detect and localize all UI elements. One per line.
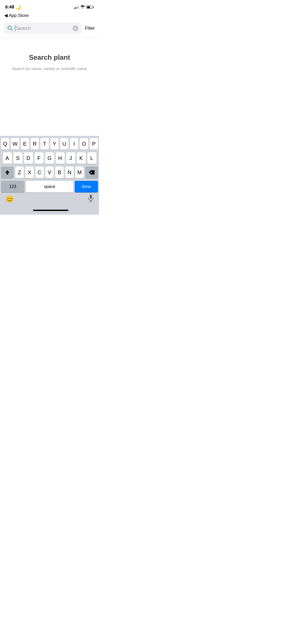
key-h[interactable]: H [56,152,65,164]
keyboard-toolbar: 😊 [1,192,98,206]
microphone-button[interactable] [88,195,94,204]
key-x[interactable]: X [25,167,34,178]
wifi-icon [81,5,85,10]
back-nav[interactable]: ◀ App Store [0,12,99,20]
back-arrow-icon: ◀ [4,13,8,18]
back-label[interactable]: App Store [9,13,29,18]
search-input-area[interactable]: Search [15,25,70,31]
page-subtitle: Search for name, variety or scientific n… [12,66,87,72]
status-bar: 6:48 🌙 [0,0,99,12]
key-y[interactable]: Y [50,138,59,150]
key-a[interactable]: A [3,152,12,164]
key-q[interactable]: Q [1,138,9,150]
key-i[interactable]: I [70,138,78,150]
emoji-button[interactable]: 😊 [5,195,14,203]
keyboard-row-3: Z X C V B N M [1,167,98,178]
signal-icon [74,6,79,9]
key-u[interactable]: U [60,138,68,150]
key-k[interactable]: K [77,152,86,164]
search-bar[interactable]: Search × [4,22,82,34]
keyboard-row-1: Q W E R T Y U I O P [1,138,98,150]
done-key[interactable]: done [75,181,98,192]
page-title: Search plant [29,53,70,62]
key-v[interactable]: V [45,167,54,178]
space-key[interactable]: space [26,181,73,192]
key-t[interactable]: T [40,138,49,150]
search-area: Search × Filter [0,20,99,37]
status-time: 6:48 🌙 [5,4,21,10]
shift-key[interactable] [1,167,14,178]
svg-rect-2 [90,195,92,199]
text-cursor [15,25,15,31]
key-j[interactable]: J [66,152,75,164]
key-p[interactable]: P [90,138,98,150]
svg-line-1 [11,29,13,30]
key-r[interactable]: R [31,138,39,150]
key-n[interactable]: N [65,167,74,178]
search-clear-button[interactable]: × [73,25,78,31]
key-c[interactable]: C [35,167,44,178]
key-w[interactable]: W [11,138,19,150]
key-e[interactable]: E [21,138,29,150]
key-d[interactable]: D [24,152,33,164]
keyboard-row-bottom: 123 space done [1,181,98,192]
key-l[interactable]: L [87,152,96,164]
filter-button[interactable]: Filter [85,26,95,31]
keyboard: Q W E R T Y U I O P A S D F G H J K L Z … [0,136,99,215]
main-content: Search plant Search for name, variety or… [0,38,99,80]
numbers-key[interactable]: 123 [1,181,24,192]
key-o[interactable]: O [80,138,88,150]
key-m[interactable]: M [75,167,84,178]
key-f[interactable]: F [35,152,44,164]
search-placeholder: Search [16,26,31,31]
delete-key[interactable] [85,167,98,178]
status-icons [74,5,94,10]
battery-icon [86,6,94,9]
time-display: 6:48 [5,4,14,10]
home-indicator [1,206,99,215]
home-bar [33,210,68,211]
moon-icon: 🌙 [16,4,21,10]
key-b[interactable]: B [55,167,64,178]
keyboard-row-2: A S D F G H J K L [1,152,98,164]
key-g[interactable]: G [45,152,54,164]
key-z[interactable]: Z [15,167,24,178]
search-icon [7,25,13,31]
key-s[interactable]: S [13,152,22,164]
